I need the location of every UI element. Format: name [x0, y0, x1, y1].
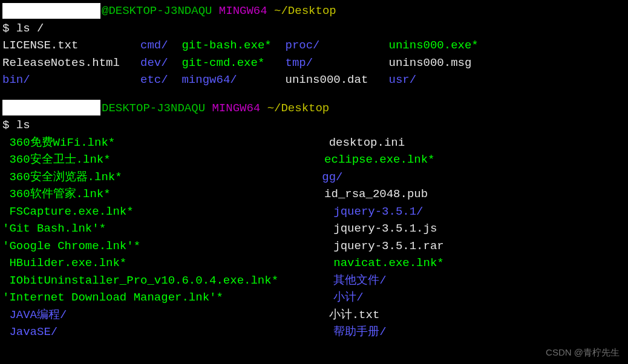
- ls-output-row: 'Google Chrome.lnk'* jquery-3.5.1.rar: [2, 238, 626, 255]
- ls-output-row: LICENSE.txt cmd/ git-bash.exe* proc/ uni…: [2, 37, 626, 54]
- ls-output-row: ReleaseNotes.html dev/ git-cmd.exe* tmp/…: [2, 54, 626, 72]
- command-line-2: $ ls: [2, 117, 626, 134]
- terminal-output[interactable]: @DESKTOP-J3NDAQU MINGW64 ~/Desktop$ ls /…: [2, 2, 626, 341]
- ls-output-row: 360软件管家.lnk* id_rsa_2048.pub: [2, 186, 626, 203]
- ls-output-row: 'Internet Download Manager.lnk'* 小计/: [2, 289, 626, 307]
- command-line-1: $ ls /: [2, 20, 626, 37]
- watermark-text: CSDN @青柠先生: [546, 346, 620, 360]
- ls-output-row: IObitUninstaller_Pro_v10.6.0.4.exe.lnk* …: [2, 272, 626, 290]
- ls-output-row: 'Git Bash.lnk'* jquery-3.5.1.js: [2, 220, 626, 238]
- redacted-username: [2, 100, 100, 115]
- ls-output-row: HBuilder.exe.lnk* navicat.exe.lnk*: [2, 255, 626, 272]
- ls-output-row: FSCapture.exe.lnk* jquery-3.5.1/: [2, 203, 626, 221]
- ls-output-row: 360安全卫士.lnk* eclipse.exe.lnk*: [2, 151, 626, 169]
- ls-output-row: JavaSE/ 帮助手册/: [2, 323, 626, 341]
- redacted-username: [2, 3, 100, 19]
- ls-output-row: bin/ etc/ mingw64/ unins000.dat usr/: [2, 71, 626, 89]
- ls-output-row: 360安全浏览器.lnk* gg/: [2, 169, 626, 186]
- ls-output-row: 360免费WiFi.lnk* desktop.ini: [2, 134, 626, 152]
- prompt-line-2: DESKTOP-J3NDAQU MINGW64 ~/Desktop: [2, 100, 626, 117]
- ls-output-row: JAVA编程/ 小计.txt: [2, 307, 626, 324]
- prompt-line-1: @DESKTOP-J3NDAQU MINGW64 ~/Desktop: [2, 2, 626, 20]
